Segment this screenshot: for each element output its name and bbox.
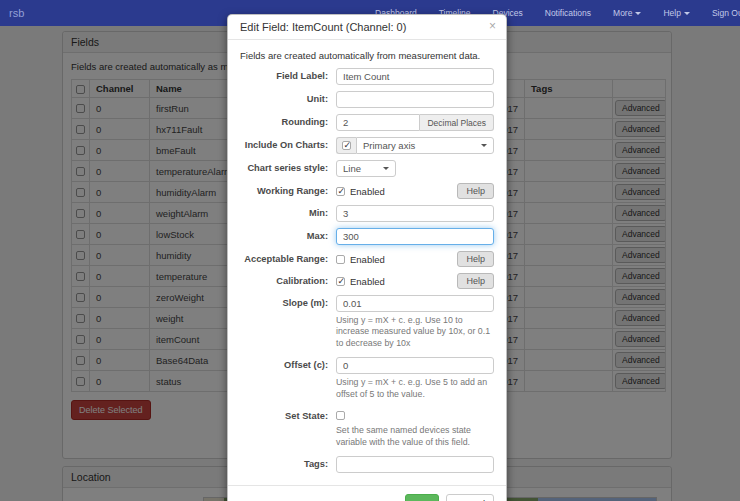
offset-input[interactable] <box>336 357 494 374</box>
min-input[interactable] <box>336 205 494 222</box>
ok-button[interactable]: OK <box>405 494 439 501</box>
caret-down-icon <box>383 167 389 170</box>
tags-input[interactable] <box>336 456 494 473</box>
offset-label: Offset (c): <box>240 357 336 402</box>
calibration-label: Calibration: <box>240 273 336 289</box>
unit-input[interactable] <box>336 91 494 108</box>
nav-item-label: Notifications <box>545 8 591 18</box>
rounding-label: Rounding: <box>240 114 336 131</box>
rounding-input[interactable] <box>336 114 420 131</box>
acceptable-range-help-button[interactable]: Help <box>457 251 494 267</box>
acceptable-range-enabled-label: Enabled <box>350 254 385 265</box>
acceptable-range-label: Acceptable Range: <box>240 251 336 267</box>
nav-item-label: More <box>613 8 632 18</box>
offset-help-text: Using y = mX + c. e.g. Use 5 to add an o… <box>336 377 494 400</box>
field-label-label: Field Label: <box>240 68 336 85</box>
decimal-places-addon: Decimal Places <box>420 114 494 131</box>
modal-intro-text: Fields are created automatically from me… <box>240 50 494 61</box>
max-input[interactable] <box>336 228 494 245</box>
nav-item-notifications[interactable]: Notifications <box>534 8 602 18</box>
working-range-label: Working Range: <box>240 183 336 199</box>
slope-help-text: Using y = mX + c. e.g. Use 10 to increas… <box>336 315 494 349</box>
include-on-charts-label: Include On Charts: <box>240 137 336 154</box>
calibration-enabled-label: Enabled <box>350 276 385 287</box>
working-range-checkbox[interactable] <box>336 187 345 196</box>
chart-axis-select[interactable]: Primary axis <box>356 137 494 154</box>
tags-label: Tags: <box>240 456 336 473</box>
chart-series-style-select[interactable]: Line <box>336 160 396 177</box>
unit-label: Unit: <box>240 91 336 108</box>
slope-label: Slope (m): <box>240 295 336 351</box>
include-on-charts-checkbox[interactable] <box>342 141 351 150</box>
slope-input[interactable] <box>336 295 494 312</box>
max-label: Max: <box>240 228 336 245</box>
min-label: Min: <box>240 205 336 222</box>
close-icon[interactable]: × <box>489 20 496 32</box>
field-label-input[interactable] <box>336 68 494 85</box>
set-state-label: Set State: <box>240 408 336 450</box>
set-state-help-text: Set the same named devices state variabl… <box>336 425 494 448</box>
caret-down-icon <box>684 12 690 15</box>
acceptable-range-checkbox[interactable] <box>336 255 345 264</box>
calibration-help-button[interactable]: Help <box>457 273 494 289</box>
brand-logo[interactable]: rsb <box>9 7 24 19</box>
caret-down-icon <box>635 12 641 15</box>
working-range-help-button[interactable]: Help <box>457 183 494 199</box>
caret-down-icon <box>481 144 487 147</box>
nav-item-more[interactable]: More <box>602 8 652 18</box>
calibration-checkbox[interactable] <box>336 277 345 286</box>
chart-series-style-selected-value: Line <box>343 163 361 174</box>
nav-item-sign-out[interactable]: Sign Out <box>701 8 740 18</box>
working-range-enabled-label: Enabled <box>350 186 385 197</box>
nav-item-help[interactable]: Help <box>652 8 700 18</box>
nav-item-label: Help <box>663 8 680 18</box>
chart-series-style-label: Chart series style: <box>240 160 336 177</box>
nav-item-label: Sign Out <box>712 8 740 18</box>
edit-field-modal: Edit Field: ItemCount (Channel: 0) × Fie… <box>227 14 507 501</box>
cancel-button[interactable]: Cancel <box>446 494 494 501</box>
chart-axis-selected-value: Primary axis <box>363 140 415 151</box>
set-state-checkbox[interactable] <box>336 411 345 420</box>
modal-title: Edit Field: ItemCount (Channel: 0) <box>240 21 494 33</box>
